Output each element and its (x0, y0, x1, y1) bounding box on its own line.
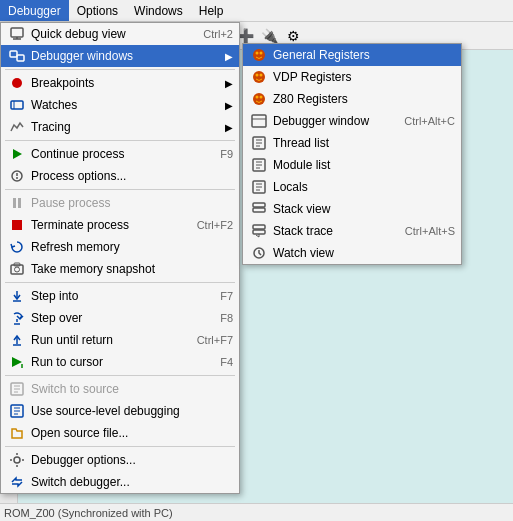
submenu-item-stack-trace[interactable]: Stack trace Ctrl+Alt+S (243, 220, 461, 242)
svg-point-16 (15, 267, 20, 272)
stack-view-icon (249, 201, 269, 217)
submenu-item-vdp-regs[interactable]: VDP Registers (243, 66, 461, 88)
menu-item-run-return[interactable]: Run until return Ctrl+F7 (1, 329, 239, 351)
sep-1 (5, 69, 235, 70)
menu-item-debugger-windows[interactable]: Debugger windows ▶ (1, 45, 239, 67)
snapshot-icon (7, 261, 27, 277)
step-into-icon (7, 288, 27, 304)
menu-item-switch-debugger[interactable]: Switch debugger... (1, 471, 239, 493)
use-source-icon (7, 403, 27, 419)
svg-rect-4 (17, 55, 24, 61)
svg-rect-12 (13, 198, 16, 208)
submenu-item-module-list[interactable]: Module list (243, 154, 461, 176)
submenu-item-watch-view[interactable]: Watch view (243, 242, 461, 264)
menu-item-quick-debug[interactable]: Quick debug view Ctrl+2 (1, 23, 239, 45)
svg-point-31 (14, 457, 20, 463)
svg-rect-0 (11, 28, 23, 37)
submenu-item-general-regs[interactable]: General Registers (243, 44, 461, 66)
menu-item-pause: Pause process (1, 192, 239, 214)
svg-point-40 (256, 74, 259, 77)
debugger-window-icon (249, 113, 269, 129)
menu-help[interactable]: Help (191, 0, 232, 21)
svg-marker-8 (13, 149, 22, 159)
svg-rect-62 (253, 230, 265, 234)
menu-item-open-source[interactable]: Open source file... (1, 422, 239, 444)
watches-icon (7, 97, 27, 113)
tracing-icon (7, 119, 27, 135)
submenu-item-stack-view[interactable]: Stack view (243, 198, 461, 220)
menu-item-step-into[interactable]: Step into F7 (1, 285, 239, 307)
menu-item-watches[interactable]: Watches ▶ (1, 94, 239, 116)
process-options-icon (7, 168, 27, 184)
svg-rect-3 (10, 51, 17, 57)
run-return-icon (7, 332, 27, 348)
debugger-windows-submenu: General Registers VDP Registers Z80 Regi… (242, 43, 462, 265)
svg-point-5 (12, 78, 22, 88)
general-regs-icon (249, 47, 269, 63)
debugger-windows-icon (7, 48, 27, 64)
svg-rect-14 (12, 220, 22, 230)
z80-regs-icon (249, 91, 269, 107)
menu-item-process-options[interactable]: Process options... (1, 165, 239, 187)
submenu-item-z80-regs[interactable]: Z80 Registers (243, 88, 461, 110)
sep-4 (5, 282, 235, 283)
quick-debug-icon (7, 26, 27, 42)
stack-trace-icon (249, 223, 269, 239)
open-source-icon (7, 425, 27, 441)
svg-rect-60 (253, 208, 265, 212)
menu-item-step-over[interactable]: Step over F8 (1, 307, 239, 329)
continue-icon (7, 146, 27, 162)
vdp-regs-icon (249, 69, 269, 85)
locals-icon (249, 179, 269, 195)
sep-3 (5, 189, 235, 190)
switch-debugger-icon (7, 474, 27, 490)
menu-item-continue[interactable]: Continue process F9 (1, 143, 239, 165)
terminate-icon (7, 217, 27, 233)
menu-windows[interactable]: Windows (126, 0, 191, 21)
menu-item-refresh[interactable]: Refresh memory (1, 236, 239, 258)
svg-point-41 (260, 74, 263, 77)
menubar: Debugger Options Windows Help (0, 0, 513, 22)
svg-marker-21 (12, 357, 22, 367)
menu-item-run-cursor[interactable]: Run to cursor F4 (1, 351, 239, 373)
submenu-item-locals[interactable]: Locals (243, 176, 461, 198)
module-list-icon (249, 157, 269, 173)
svg-point-37 (256, 52, 259, 55)
thread-list-icon (249, 135, 269, 151)
svg-point-11 (16, 177, 18, 179)
sep-2 (5, 140, 235, 141)
run-cursor-icon (7, 354, 27, 370)
menu-item-breakpoints[interactable]: Breakpoints ▶ (1, 72, 239, 94)
refresh-icon (7, 239, 27, 255)
svg-point-42 (253, 93, 265, 105)
menu-item-debugger-options[interactable]: Debugger options... (1, 449, 239, 471)
menu-debugger[interactable]: Debugger (0, 0, 69, 21)
svg-point-36 (253, 49, 265, 61)
svg-rect-61 (253, 225, 265, 229)
svg-point-44 (260, 96, 263, 99)
menu-item-snapshot[interactable]: Take memory snapshot (1, 258, 239, 280)
sep-5 (5, 375, 235, 376)
debugger-windows-arrow: ▶ (225, 51, 233, 62)
menu-item-switch-source: Switch to source (1, 378, 239, 400)
debugger-menu: Quick debug view Ctrl+2 Debugger windows… (0, 22, 240, 494)
svg-point-38 (260, 52, 263, 55)
menu-item-use-source[interactable]: Use source-level debugging (1, 400, 239, 422)
submenu-item-thread-list[interactable]: Thread list (243, 132, 461, 154)
step-over-icon (7, 310, 27, 326)
svg-rect-45 (252, 115, 266, 127)
menu-item-tracing[interactable]: Tracing ▶ (1, 116, 239, 138)
switch-source-icon (7, 381, 27, 397)
svg-rect-13 (18, 198, 21, 208)
submenu-item-debugger-window[interactable]: Debugger window Ctrl+Alt+C (243, 110, 461, 132)
svg-point-43 (256, 96, 259, 99)
menu-options[interactable]: Options (69, 0, 126, 21)
svg-point-39 (253, 71, 265, 83)
statusbar: ROM_Z00 (Synchronized with PC) (0, 503, 513, 521)
sep-6 (5, 446, 235, 447)
breakpoints-icon (7, 75, 27, 91)
menu-item-terminate[interactable]: Terminate process Ctrl+F2 (1, 214, 239, 236)
breakpoints-arrow: ▶ (225, 78, 233, 89)
svg-rect-59 (253, 203, 265, 207)
svg-rect-6 (11, 101, 23, 109)
